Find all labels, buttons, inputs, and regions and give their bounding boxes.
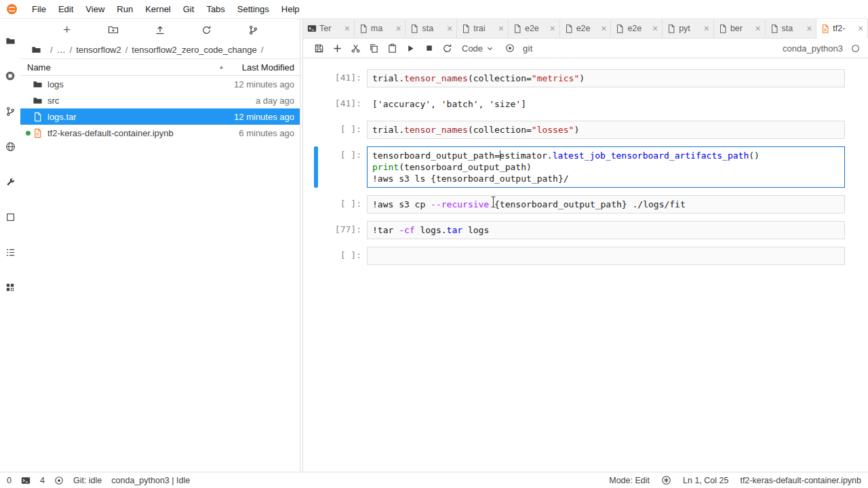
dock-tab-trai[interactable]: trai× <box>457 19 509 39</box>
cell-editor[interactable]: !aws s3 cp --recursive {tensorboard_outp… <box>367 195 845 214</box>
restart-button[interactable] <box>438 40 456 56</box>
jupyter-logo-icon[interactable] <box>5 3 18 16</box>
command-mode[interactable]: Mode: Edit <box>609 476 650 485</box>
cell-collapser[interactable] <box>314 195 318 214</box>
kernel-status-icon[interactable] <box>851 44 860 53</box>
sidebar-tab-property-inspector[interactable] <box>0 164 20 199</box>
cursor-position[interactable]: Ln 1, Col 25 <box>683 476 728 485</box>
upload-button[interactable] <box>151 21 170 39</box>
cell-collapser[interactable] <box>314 121 318 139</box>
paste-button[interactable] <box>383 40 401 56</box>
dock-tab-ber[interactable]: ber× <box>714 19 766 39</box>
code-line: trial.tensor_names(collection="losses") <box>372 124 840 136</box>
file-row[interactable]: logs12 minutes ago <box>20 76 300 92</box>
tab-close-icon[interactable]: × <box>496 24 506 33</box>
git-toolbar-button[interactable]: git <box>523 43 533 54</box>
sidebar-tab-running-sessions[interactable] <box>0 58 20 94</box>
file-row[interactable]: tf2-keras-default-container.ipynb6 minut… <box>20 125 300 141</box>
file-browser-panel: + /…/tensorflow2/tensorflow2_zero_code_c… <box>20 19 300 472</box>
menu-item-view[interactable]: View <box>79 0 111 18</box>
tab-close-icon[interactable]: × <box>599 24 608 33</box>
dock-tab-ma[interactable]: ma× <box>355 19 406 39</box>
kernel-count[interactable]: 4 <box>40 476 45 485</box>
tab-close-icon[interactable]: × <box>650 24 660 33</box>
cell-collapser[interactable] <box>314 69 318 87</box>
notebook-cells: [41]:trial.tensor_names(collection="metr… <box>303 58 868 472</box>
tab-close-icon[interactable]: × <box>804 24 814 33</box>
tab-close-icon[interactable]: × <box>548 24 557 33</box>
menu-item-kernel[interactable]: Kernel <box>139 0 177 18</box>
active-file: tf2-keras-default-container.ipynb <box>740 476 861 485</box>
sidebar-tab-commands[interactable] <box>0 129 20 164</box>
kernel-name[interactable]: conda_python3 <box>783 43 843 54</box>
tab-close-icon[interactable]: × <box>445 24 454 33</box>
restart-icon <box>442 43 452 54</box>
cell-collapser[interactable] <box>314 221 318 239</box>
tab-close-icon[interactable]: × <box>753 24 763 33</box>
menu-item-run[interactable]: Run <box>111 0 139 18</box>
dock-tab-tf2[interactable]: tf2-× <box>816 19 868 39</box>
sidebar-tab-git[interactable] <box>0 94 20 129</box>
notebook-icon <box>33 128 43 138</box>
code-token: (collection= <box>468 125 532 135</box>
cell-type-dropdown[interactable]: Code <box>462 43 494 54</box>
menu-item-git[interactable]: Git <box>177 0 201 18</box>
menu-item-file[interactable]: File <box>26 0 52 18</box>
file-row[interactable]: srca day ago <box>20 92 300 108</box>
git-clone-button[interactable] <box>243 21 262 39</box>
cell-collapser[interactable] <box>314 95 318 113</box>
file-row[interactable]: logs.tar12 minutes ago <box>20 108 300 125</box>
activity-bar <box>0 19 20 472</box>
tab-close-icon[interactable]: × <box>393 24 403 33</box>
column-header-modified[interactable]: Last Modified <box>242 62 294 73</box>
add-button[interactable] <box>328 40 347 56</box>
kernel-status[interactable]: conda_python3 | Idle <box>111 476 190 485</box>
sidebar-tab-notebook-tools[interactable] <box>0 199 20 235</box>
tab-close-icon[interactable]: × <box>342 24 352 33</box>
upload-icon <box>155 24 165 35</box>
input-prompt: [77]: <box>323 221 361 239</box>
cell-editor[interactable]: tensorboard_output_path=estimator.latest… <box>367 146 845 188</box>
cut-button[interactable] <box>347 40 365 56</box>
circle-dot-button[interactable] <box>500 40 519 56</box>
column-header-name[interactable]: Name <box>27 62 51 73</box>
cell-collapser[interactable] <box>314 146 318 188</box>
dock-tab-sta[interactable]: sta× <box>406 19 457 39</box>
run-button[interactable] <box>401 40 420 56</box>
menu-item-help[interactable]: Help <box>275 0 306 18</box>
cell-editor[interactable]: trial.tensor_names(collection="losses") <box>367 121 845 139</box>
breadcrumb-segment[interactable]: tensorflow2_zero_code_change <box>132 45 256 55</box>
stop-button[interactable] <box>420 40 438 56</box>
tab-close-icon[interactable]: × <box>856 24 865 33</box>
menu-item-tabs[interactable]: Tabs <box>200 0 231 18</box>
new-launcher-button[interactable]: + <box>58 21 77 39</box>
copy-button[interactable] <box>365 40 383 56</box>
sidebar-tab-file-browser[interactable] <box>0 23 20 58</box>
code-token: tensor_names <box>404 73 468 83</box>
dock-tab-pyt[interactable]: pyt× <box>663 19 714 39</box>
file-icon <box>410 24 419 33</box>
new-folder-button[interactable] <box>104 21 123 39</box>
dock-tab-e2e[interactable]: e2e× <box>611 19 663 39</box>
notebook-cell: [ ]:trial.tensor_names(collection="losse… <box>314 121 845 139</box>
sidebar-tab-table-of-contents[interactable] <box>0 235 20 270</box>
breadcrumb-segment[interactable]: tensorflow2 <box>76 45 121 55</box>
dock-tab-e2e[interactable]: e2e× <box>560 19 612 39</box>
dock-tab-ter[interactable]: Ter× <box>303 19 355 39</box>
tab-close-icon[interactable]: × <box>702 24 711 33</box>
save-button[interactable] <box>310 40 328 56</box>
terminal-count[interactable]: 0 <box>7 476 12 485</box>
sidebar-tab-extensions[interactable] <box>0 270 20 305</box>
git-status[interactable]: Git: idle <box>73 476 102 485</box>
dock-tab-e2e[interactable]: e2e× <box>509 19 560 39</box>
dock-tab-sta[interactable]: sta× <box>766 19 817 39</box>
cell-editor[interactable] <box>367 247 845 265</box>
cell-editor[interactable]: trial.tensor_names(collection="metrics") <box>367 69 845 87</box>
code-token: !tar <box>372 225 399 235</box>
menu-item-settings[interactable]: Settings <box>231 0 275 18</box>
breadcrumb-segment[interactable]: … <box>57 45 66 55</box>
menu-item-edit[interactable]: Edit <box>52 0 79 18</box>
cell-collapser[interactable] <box>314 247 318 265</box>
cell-editor[interactable]: !tar -cf logs.tar logs <box>367 221 845 239</box>
refresh-button[interactable] <box>197 21 216 39</box>
